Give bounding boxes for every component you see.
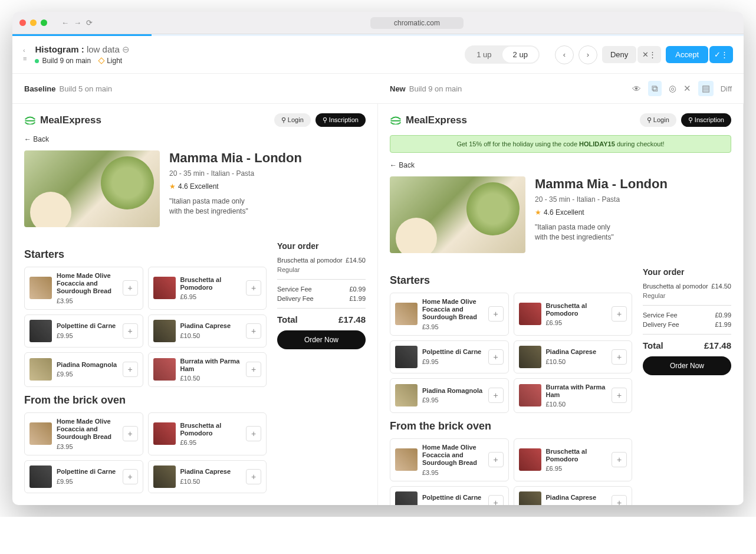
- item-info: Home Made Olive Focaccia and Sourdough B…: [422, 298, 484, 330]
- item-info: Bruschetta al Pomodoro£6.95: [180, 422, 242, 446]
- item-info: Piadina Caprese£10.50: [180, 468, 242, 484]
- add-item-button[interactable]: +: [123, 280, 138, 296]
- diff-toggle-icon[interactable]: ▤: [698, 81, 714, 96]
- menu-item: Polpettine di Carne£9.95+: [24, 460, 143, 493]
- add-item-button[interactable]: +: [246, 362, 261, 377]
- item-price: £6.95: [546, 465, 607, 472]
- login-button[interactable]: ⚲ Login: [640, 113, 676, 127]
- add-item-button[interactable]: +: [612, 306, 627, 322]
- item-info: Home Made Olive Focaccia and Sourdough B…: [57, 272, 118, 304]
- story-subline: Build 9 on main Light: [35, 57, 130, 65]
- item-info: Piadina Caprese£10.50: [180, 322, 242, 339]
- add-item-button[interactable]: +: [123, 469, 138, 484]
- menu-item: Burrata with Parma Ham£10.50+: [514, 378, 633, 413]
- focus-icon[interactable]: ◎: [669, 83, 676, 94]
- add-item-button[interactable]: +: [612, 452, 627, 467]
- signup-button[interactable]: ⚲ Inscription: [681, 113, 731, 127]
- restaurant-image: [390, 176, 525, 253]
- add-item-button[interactable]: +: [488, 388, 504, 403]
- item-price: £3.95: [57, 297, 118, 304]
- restaurant-info: Mamma Mia - London20 - 35 min - Italian …: [169, 150, 302, 227]
- item-name: Piadina Caprese: [180, 468, 242, 476]
- minimize-window-button[interactable]: [30, 19, 37, 26]
- ignore-icon[interactable]: ✕: [683, 83, 691, 94]
- refresh-icon[interactable]: ⟳: [86, 18, 93, 27]
- brand[interactable]: MealExpress: [24, 114, 101, 126]
- item-price: £10.50: [180, 478, 242, 485]
- order-now-button[interactable]: Order Now: [643, 356, 731, 375]
- close-window-button[interactable]: [19, 19, 26, 26]
- add-item-button[interactable]: +: [246, 469, 261, 484]
- menu-item: Bruschetta al Pomodoro£6.95+: [148, 267, 267, 310]
- item-price: £10.50: [546, 401, 607, 408]
- overlay-icon[interactable]: ⧉: [648, 81, 662, 96]
- menu-item: Piadina Caprese£10.50+: [148, 314, 267, 348]
- add-item-button[interactable]: +: [246, 323, 261, 339]
- burger-icon: [390, 116, 402, 124]
- promo-banner: Get 15% off for the holiday using the co…: [390, 135, 731, 153]
- eye-off-icon[interactable]: 👁: [632, 84, 641, 94]
- add-item-button[interactable]: +: [123, 426, 138, 441]
- diff-label[interactable]: Diff: [721, 84, 732, 93]
- item-name: Bruschetta al Pomodoro: [546, 302, 607, 317]
- add-item-button[interactable]: +: [246, 426, 261, 441]
- deny-batch-icon[interactable]: ✕⋮: [637, 46, 661, 63]
- one-up-button[interactable]: 1 up: [466, 47, 502, 63]
- two-up-button[interactable]: 2 up: [502, 47, 538, 63]
- add-item-button[interactable]: +: [123, 362, 138, 377]
- menu-item: Home Made Olive Focaccia and Sourdough B…: [390, 438, 509, 481]
- order-title: Your order: [643, 267, 731, 277]
- add-item-button[interactable]: +: [488, 306, 504, 322]
- add-item-button[interactable]: +: [488, 452, 504, 467]
- item-thumbnail: [395, 448, 418, 471]
- restaurant-hero: Mamma Mia - London20 - 35 min - Italian …: [24, 150, 366, 227]
- add-item-button[interactable]: +: [612, 388, 627, 403]
- item-thumbnail: [153, 358, 176, 381]
- item-name: Bruschetta al Pomodoro: [180, 276, 242, 291]
- item-name: Bruschetta al Pomodoro: [546, 448, 607, 463]
- add-item-button[interactable]: +: [612, 349, 627, 365]
- menu-item: Burrata with Parma Ham£10.50+: [148, 352, 267, 387]
- item-name: Home Made Olive Focaccia and Sourdough B…: [57, 272, 118, 296]
- menu-item: Bruschetta al Pomodoro£6.95+: [148, 412, 267, 455]
- deny-button[interactable]: Deny: [602, 46, 636, 63]
- menu-item: Polpettine di Carne£9.95+: [24, 314, 143, 348]
- back-link[interactable]: ← Back: [24, 135, 366, 143]
- accept-button[interactable]: Accept: [666, 46, 708, 63]
- back-link[interactable]: ← Back: [390, 161, 731, 169]
- order-now-button[interactable]: Order Now: [277, 330, 366, 349]
- item-thumbnail: [395, 491, 418, 506]
- item-info: Bruschetta al Pomodoro£6.95: [546, 448, 607, 472]
- item-name: Polpettine di Carne: [422, 494, 484, 501]
- chevron-left-icon[interactable]: ‹: [23, 47, 27, 54]
- url-bar[interactable]: chromatic.com: [370, 17, 464, 29]
- starters-grid: Home Made Olive Focaccia and Sourdough B…: [390, 293, 632, 413]
- item-thumbnail: [29, 320, 52, 342]
- item-price: £10.50: [180, 375, 242, 382]
- story-title: Histogram : low data ⊖: [35, 44, 130, 55]
- order-panel: Your orderBruschetta al pomodor£14.50Reg…: [277, 241, 366, 493]
- item-price: £9.95: [57, 371, 118, 378]
- next-change-button[interactable]: ›: [578, 45, 597, 64]
- menu-item: Home Made Olive Focaccia and Sourdough B…: [390, 293, 509, 336]
- order-total: Total£17.48: [277, 314, 366, 324]
- maximize-window-button[interactable]: [41, 19, 47, 26]
- accept-batch-icon[interactable]: ✓⋮: [709, 46, 733, 63]
- add-item-button[interactable]: +: [488, 495, 504, 506]
- login-button[interactable]: ⚲ Login: [274, 113, 311, 127]
- content-row: StartersHome Made Olive Focaccia and Sou…: [390, 267, 731, 505]
- add-item-button[interactable]: +: [246, 280, 261, 296]
- add-item-button[interactable]: +: [612, 495, 627, 506]
- signup-button[interactable]: ⚲ Inscription: [315, 113, 366, 127]
- add-item-button[interactable]: +: [488, 349, 504, 365]
- back-icon[interactable]: ←: [61, 18, 69, 27]
- add-item-button[interactable]: +: [123, 323, 138, 339]
- forward-icon[interactable]: →: [74, 18, 81, 27]
- brand[interactable]: MealExpress: [390, 114, 467, 126]
- item-info: Piadina Caprese£10.50: [546, 348, 607, 365]
- prev-change-button[interactable]: ‹: [555, 45, 574, 64]
- list-icon[interactable]: ≡: [23, 55, 27, 62]
- item-thumbnail: [29, 358, 52, 381]
- order-line: Bruschetta al pomodor£14.50: [643, 283, 731, 290]
- menu-item: Piadina Caprese£10.50+: [514, 486, 633, 506]
